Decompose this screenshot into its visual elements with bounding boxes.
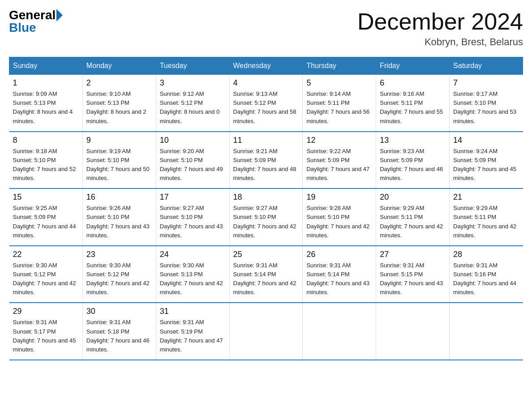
calendar-cell: 2Sunrise: 9:10 AMSunset: 5:13 PMDaylight… — [82, 75, 156, 132]
calendar-cell — [450, 303, 523, 360]
day-number: 27 — [380, 250, 446, 259]
calendar-cell: 24Sunrise: 9:30 AMSunset: 5:13 PMDayligh… — [156, 246, 229, 303]
day-info: Sunrise: 9:27 AMSunset: 5:10 PMDaylight:… — [233, 204, 299, 240]
day-number: 20 — [380, 193, 446, 202]
day-info: Sunrise: 9:30 AMSunset: 5:13 PMDaylight:… — [160, 261, 226, 297]
day-number: 13 — [380, 136, 446, 145]
day-info: Sunrise: 9:31 AMSunset: 5:17 PMDaylight:… — [13, 318, 79, 354]
calendar-cell: 8Sunrise: 9:18 AMSunset: 5:10 PMDaylight… — [9, 132, 83, 189]
calendar-cell: 27Sunrise: 9:31 AMSunset: 5:15 PMDayligh… — [376, 246, 450, 303]
calendar-cell: 6Sunrise: 9:16 AMSunset: 5:11 PMDaylight… — [376, 75, 450, 132]
day-info: Sunrise: 9:17 AMSunset: 5:10 PMDaylight:… — [453, 90, 519, 126]
calendar-cell: 10Sunrise: 9:20 AMSunset: 5:10 PMDayligh… — [156, 132, 229, 189]
day-info: Sunrise: 9:24 AMSunset: 5:09 PMDaylight:… — [453, 147, 519, 183]
weekday-header-thursday: Thursday — [303, 57, 376, 75]
day-number: 28 — [453, 250, 519, 259]
calendar-cell — [229, 303, 303, 360]
logo-general-text: General — [9, 9, 56, 21]
day-number: 4 — [233, 78, 299, 88]
day-number: 17 — [160, 193, 226, 202]
day-info: Sunrise: 9:20 AMSunset: 5:10 PMDaylight:… — [160, 147, 226, 183]
day-number: 1 — [13, 78, 79, 88]
calendar-cell: 23Sunrise: 9:30 AMSunset: 5:12 PMDayligh… — [82, 246, 156, 303]
day-number: 8 — [13, 136, 79, 145]
calendar-cell: 31Sunrise: 9:31 AMSunset: 5:19 PMDayligh… — [156, 303, 229, 360]
day-number: 2 — [86, 78, 152, 88]
calendar-cell: 17Sunrise: 9:27 AMSunset: 5:10 PMDayligh… — [156, 188, 229, 246]
weekday-header-saturday: Saturday — [450, 57, 523, 75]
day-number: 16 — [86, 193, 152, 202]
calendar-cell: 3Sunrise: 9:12 AMSunset: 5:12 PMDaylight… — [156, 75, 229, 132]
day-info: Sunrise: 9:31 AMSunset: 5:14 PMDaylight:… — [306, 261, 372, 297]
calendar-cell: 26Sunrise: 9:31 AMSunset: 5:14 PMDayligh… — [303, 246, 376, 303]
day-info: Sunrise: 9:16 AMSunset: 5:11 PMDaylight:… — [380, 90, 446, 126]
day-number: 12 — [306, 136, 372, 145]
day-number: 24 — [160, 250, 226, 259]
day-number: 15 — [13, 193, 79, 202]
day-info: Sunrise: 9:30 AMSunset: 5:12 PMDaylight:… — [13, 261, 79, 297]
weekday-header-tuesday: Tuesday — [156, 57, 229, 75]
logo-blue-text: Blue — [9, 21, 36, 34]
calendar-cell: 21Sunrise: 9:29 AMSunset: 5:11 PMDayligh… — [450, 188, 523, 246]
calendar-week-row: 29Sunrise: 9:31 AMSunset: 5:17 PMDayligh… — [9, 303, 523, 360]
day-info: Sunrise: 9:31 AMSunset: 5:16 PMDaylight:… — [453, 261, 519, 297]
calendar-cell — [303, 303, 376, 360]
day-info: Sunrise: 9:28 AMSunset: 5:10 PMDaylight:… — [306, 204, 372, 240]
day-number: 29 — [13, 307, 79, 316]
day-info: Sunrise: 9:29 AMSunset: 5:11 PMDaylight:… — [453, 204, 519, 240]
calendar-cell: 20Sunrise: 9:29 AMSunset: 5:11 PMDayligh… — [376, 188, 450, 246]
day-info: Sunrise: 9:21 AMSunset: 5:09 PMDaylight:… — [233, 147, 299, 183]
day-number: 30 — [86, 307, 152, 316]
calendar-cell: 29Sunrise: 9:31 AMSunset: 5:17 PMDayligh… — [9, 303, 83, 360]
calendar-week-row: 8Sunrise: 9:18 AMSunset: 5:10 PMDaylight… — [9, 132, 523, 189]
calendar-table: SundayMondayTuesdayWednesdayThursdayFrid… — [9, 57, 523, 360]
page-header: General Blue December 2024 Kobryn, Brest… — [9, 9, 523, 48]
calendar-cell: 15Sunrise: 9:25 AMSunset: 5:09 PMDayligh… — [9, 188, 83, 246]
weekday-header-wednesday: Wednesday — [229, 57, 303, 75]
weekday-header-row: SundayMondayTuesdayWednesdayThursdayFrid… — [9, 57, 523, 75]
day-number: 3 — [160, 78, 226, 88]
calendar-cell: 12Sunrise: 9:22 AMSunset: 5:09 PMDayligh… — [303, 132, 376, 189]
day-info: Sunrise: 9:19 AMSunset: 5:10 PMDaylight:… — [86, 147, 152, 183]
logo-triangle-icon — [56, 9, 63, 21]
day-info: Sunrise: 9:23 AMSunset: 5:09 PMDaylight:… — [380, 147, 446, 183]
day-number: 21 — [453, 193, 519, 202]
calendar-cell: 13Sunrise: 9:23 AMSunset: 5:09 PMDayligh… — [376, 132, 450, 189]
calendar-cell: 7Sunrise: 9:17 AMSunset: 5:10 PMDaylight… — [450, 75, 523, 132]
day-number: 14 — [453, 136, 519, 145]
weekday-header-friday: Friday — [376, 57, 450, 75]
calendar-cell: 16Sunrise: 9:26 AMSunset: 5:10 PMDayligh… — [82, 188, 156, 246]
calendar-cell: 19Sunrise: 9:28 AMSunset: 5:10 PMDayligh… — [303, 188, 376, 246]
logo: General Blue — [9, 9, 63, 34]
day-number: 5 — [306, 78, 372, 88]
calendar-cell: 14Sunrise: 9:24 AMSunset: 5:09 PMDayligh… — [450, 132, 523, 189]
day-number: 18 — [233, 193, 299, 202]
calendar-cell: 22Sunrise: 9:30 AMSunset: 5:12 PMDayligh… — [9, 246, 83, 303]
day-number: 22 — [13, 250, 79, 259]
day-info: Sunrise: 9:10 AMSunset: 5:13 PMDaylight:… — [86, 90, 152, 126]
day-number: 31 — [160, 307, 226, 316]
calendar-cell: 25Sunrise: 9:31 AMSunset: 5:14 PMDayligh… — [229, 246, 303, 303]
day-number: 7 — [453, 78, 519, 88]
calendar-week-row: 22Sunrise: 9:30 AMSunset: 5:12 PMDayligh… — [9, 246, 523, 303]
day-number: 11 — [233, 136, 299, 145]
calendar-cell: 4Sunrise: 9:13 AMSunset: 5:12 PMDaylight… — [229, 75, 303, 132]
day-info: Sunrise: 9:31 AMSunset: 5:14 PMDaylight:… — [233, 261, 299, 297]
day-info: Sunrise: 9:18 AMSunset: 5:10 PMDaylight:… — [13, 147, 79, 183]
weekday-header-monday: Monday — [82, 57, 156, 75]
day-number: 9 — [86, 136, 152, 145]
day-number: 6 — [380, 78, 446, 88]
day-info: Sunrise: 9:31 AMSunset: 5:15 PMDaylight:… — [380, 261, 446, 297]
day-number: 25 — [233, 250, 299, 259]
day-number: 19 — [306, 193, 372, 202]
weekday-header-sunday: Sunday — [9, 57, 83, 75]
calendar-cell: 30Sunrise: 9:31 AMSunset: 5:18 PMDayligh… — [82, 303, 156, 360]
calendar-cell — [376, 303, 450, 360]
day-info: Sunrise: 9:31 AMSunset: 5:18 PMDaylight:… — [86, 318, 152, 354]
calendar-cell: 1Sunrise: 9:09 AMSunset: 5:13 PMDaylight… — [9, 75, 83, 132]
day-info: Sunrise: 9:29 AMSunset: 5:11 PMDaylight:… — [380, 204, 446, 240]
calendar-cell: 9Sunrise: 9:19 AMSunset: 5:10 PMDaylight… — [82, 132, 156, 189]
calendar-cell: 18Sunrise: 9:27 AMSunset: 5:10 PMDayligh… — [229, 188, 303, 246]
calendar-week-row: 15Sunrise: 9:25 AMSunset: 5:09 PMDayligh… — [9, 188, 523, 246]
day-info: Sunrise: 9:25 AMSunset: 5:09 PMDaylight:… — [13, 204, 79, 240]
